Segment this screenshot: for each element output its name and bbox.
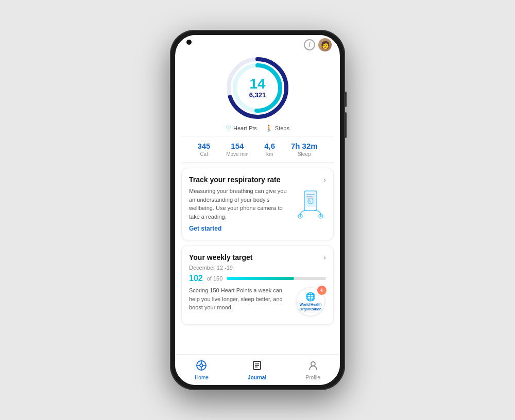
weekly-target-card: Your weekly target › December 12 -19 102… bbox=[181, 246, 334, 325]
top-icons: i 🧑 bbox=[304, 38, 332, 51]
camera-dot bbox=[186, 40, 192, 45]
weekly-description: Scoring 150 Heart Points a week can help… bbox=[189, 286, 290, 312]
weekly-card-header: Your weekly target › bbox=[189, 253, 326, 261]
who-badge: + 🌐 World HealthOrganization bbox=[295, 286, 326, 317]
journal-icon bbox=[251, 360, 263, 374]
volume-button bbox=[345, 112, 347, 138]
respiratory-card: Track your respiratory rate › Measuring … bbox=[181, 168, 334, 240]
svg-point-13 bbox=[300, 216, 301, 217]
weekly-progress-row: 102 of 150 bbox=[189, 274, 326, 283]
steps-value: 6,321 bbox=[249, 91, 266, 99]
ring-center: 14 6,321 bbox=[249, 77, 266, 99]
km-label: km bbox=[264, 151, 275, 157]
weekly-date: December 12 -19 bbox=[189, 265, 326, 271]
bottom-nav: Home Journal bbox=[175, 354, 340, 385]
stat-km: 4,6 km bbox=[264, 142, 275, 157]
legend-heart: ♡ Heart Pts bbox=[226, 125, 257, 132]
svg-rect-7 bbox=[306, 196, 313, 197]
who-globe-icon: 🌐 bbox=[305, 292, 316, 302]
weekly-score: 102 bbox=[189, 274, 203, 283]
heart-icon: ♡ bbox=[226, 125, 231, 132]
legend-steps: 🚶 Steps bbox=[265, 125, 289, 132]
respiratory-card-body: Measuring your breathing can give you an… bbox=[189, 187, 326, 233]
respiratory-card-header: Track your respiratory rate › bbox=[189, 176, 326, 184]
avatar[interactable]: 🧑 bbox=[318, 38, 332, 51]
home-label: Home bbox=[195, 375, 209, 380]
nav-profile[interactable]: Profile bbox=[297, 358, 328, 382]
progress-bar bbox=[227, 277, 326, 280]
stats-row: 345 Cal 154 Move min 4,6 km 7h 32m Sleep bbox=[181, 136, 334, 163]
status-bar: i 🧑 bbox=[175, 35, 340, 49]
stat-cal: 345 Cal bbox=[197, 142, 210, 157]
svg-rect-8 bbox=[306, 198, 314, 199]
respiratory-chevron-icon[interactable]: › bbox=[323, 176, 326, 184]
ring-legend: ♡ Heart Pts 🚶 Steps bbox=[226, 125, 289, 132]
weekly-target-label: of 150 bbox=[207, 275, 223, 282]
ring-chart: 14 6,321 bbox=[224, 55, 291, 121]
sleep-value: 7h 32m bbox=[291, 142, 318, 150]
info-icon[interactable]: i bbox=[304, 39, 315, 50]
home-icon bbox=[196, 360, 207, 374]
weekly-card-body: Scoring 150 Heart Points a week can help… bbox=[189, 286, 326, 317]
heart-pts-label: Heart Pts bbox=[233, 125, 257, 131]
profile-icon bbox=[307, 360, 319, 374]
steps-label: Steps bbox=[275, 125, 289, 131]
nav-journal[interactable]: Journal bbox=[239, 358, 274, 382]
steps-icon: 🚶 bbox=[265, 125, 273, 132]
profile-label: Profile bbox=[305, 375, 320, 380]
weekly-title: Your weekly target bbox=[189, 253, 252, 261]
who-plus-icon: + bbox=[317, 286, 327, 295]
ring-section: 14 6,321 ♡ Heart Pts 🚶 Steps bbox=[175, 49, 340, 136]
sleep-label: Sleep bbox=[291, 151, 318, 157]
cal-label: Cal bbox=[197, 151, 210, 157]
phone-screen: i 🧑 bbox=[175, 35, 340, 385]
move-label: Move min bbox=[226, 151, 248, 157]
get-started-link[interactable]: Get started bbox=[189, 225, 221, 232]
who-label: World HealthOrganization bbox=[299, 302, 321, 311]
stat-move: 154 Move min bbox=[226, 142, 248, 157]
respiratory-title: Track your respiratory rate bbox=[189, 176, 280, 184]
svg-rect-6 bbox=[306, 194, 315, 195]
cal-value: 345 bbox=[197, 142, 210, 150]
power-button bbox=[345, 92, 347, 107]
stat-sleep: 7h 32m Sleep bbox=[291, 142, 318, 157]
km-value: 4,6 bbox=[264, 142, 275, 150]
progress-bar-fill bbox=[227, 277, 294, 280]
respiratory-description: Measuring your breathing can give you an… bbox=[189, 187, 290, 221]
heart-pts-value: 14 bbox=[249, 77, 266, 91]
respiratory-illustration bbox=[295, 187, 326, 218]
scroll-content: 14 6,321 ♡ Heart Pts 🚶 Steps bbox=[175, 49, 340, 354]
who-circle: + 🌐 World HealthOrganization bbox=[296, 287, 325, 316]
journal-label: Journal bbox=[248, 375, 266, 380]
svg-point-25 bbox=[311, 362, 315, 366]
weekly-chevron-icon[interactable]: › bbox=[323, 253, 326, 261]
move-value: 154 bbox=[226, 142, 248, 150]
nav-home[interactable]: Home bbox=[186, 358, 217, 382]
svg-point-16 bbox=[200, 364, 203, 367]
phone-frame: i 🧑 bbox=[170, 30, 345, 390]
svg-point-14 bbox=[320, 216, 322, 217]
